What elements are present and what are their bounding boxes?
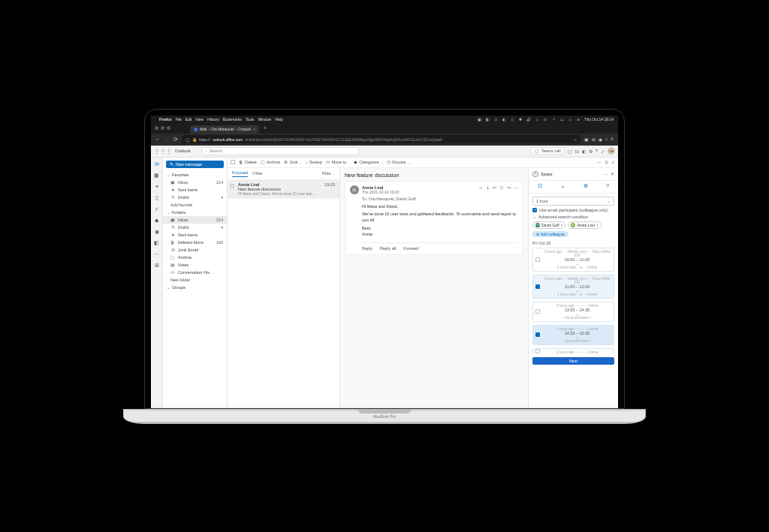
close-window-icon[interactable] — [155, 126, 158, 130]
reply-icon[interactable]: ↩ — [493, 185, 496, 190]
extension-icon[interactable]: ≡ — [611, 137, 614, 142]
other-tab[interactable]: Other — [252, 171, 263, 176]
more-apps-icon[interactable]: ⋯ — [154, 251, 159, 257]
people-module-icon[interactable]: ⚭ — [155, 184, 159, 190]
remove-chip-icon[interactable]: × — [561, 223, 563, 227]
nav-back-icon[interactable]: ← — [155, 137, 161, 142]
search-icon[interactable]: ⌕ — [568, 117, 572, 122]
filter-dropdown[interactable]: Filter⌄ — [322, 171, 335, 176]
status-icon[interactable]: ≡ — [493, 117, 498, 122]
tab-close-icon[interactable]: × — [253, 127, 255, 131]
rail-app-icon[interactable]: ◆ — [155, 218, 158, 224]
status-icon[interactable]: ▯ — [510, 117, 514, 122]
junk-button[interactable]: ⊘Junk⌄ — [284, 160, 302, 164]
archive-button[interactable]: ▢Archive — [261, 160, 280, 164]
status-icon[interactable]: ◐ — [502, 117, 506, 122]
extension-icon[interactable]: ▣ — [584, 137, 589, 142]
folder-drafts[interactable]: ✎Drafts4 — [163, 224, 227, 231]
folder-junk[interactable]: ⊘Junk Email — [163, 246, 227, 254]
menubar-edit[interactable]: Edit — [185, 117, 192, 122]
slot-checkbox[interactable] — [535, 349, 540, 353]
status-icon[interactable]: ⊙ — [543, 117, 547, 122]
slot-checkbox[interactable] — [535, 332, 540, 337]
reply-all-button[interactable]: Reply all — [380, 246, 396, 251]
menubar-file[interactable]: File — [176, 117, 182, 122]
notifications-icon[interactable]: ◐ — [582, 149, 586, 154]
help-icon[interactable]: ? — [596, 149, 598, 153]
rail-app-icon[interactable]: ◉ — [155, 229, 159, 235]
slot-checkbox[interactable] — [535, 257, 540, 262]
app-launcher-icon[interactable]: ⋮⋮⋮ — [154, 148, 172, 155]
folder-inbox[interactable]: ▣Inbox214 — [163, 179, 227, 186]
toolbar-popout-icon[interactable]: ⤢ — [611, 160, 615, 164]
status-icon[interactable]: ◧ — [485, 117, 490, 122]
next-button[interactable]: Next — [532, 357, 614, 365]
reply-button[interactable]: Reply — [362, 246, 372, 251]
new-message-button[interactable]: ✎ New message — [166, 161, 224, 168]
header-icon[interactable]: ⤢ — [601, 149, 605, 154]
shield-icon[interactable]: ◯ — [185, 137, 190, 142]
menubar-history[interactable]: History — [207, 117, 219, 122]
status-icon[interactable]: ⌂ — [535, 117, 539, 122]
msg-action-icon[interactable]: ⤓ — [486, 185, 490, 190]
lock-icon[interactable]: 🔒 — [192, 137, 197, 142]
participant-chip[interactable]: DG David Goff × — [532, 221, 565, 229]
folder-sent[interactable]: ➤Sent Items — [163, 186, 227, 194]
focused-tab[interactable]: Focused — [232, 170, 248, 177]
close-icon[interactable]: ✕ — [611, 172, 614, 176]
browser-tab[interactable]: Mail – Ota Masayuki – Outlook × — [190, 125, 259, 134]
space-add-icon[interactable]: ＋ — [560, 183, 565, 191]
extension-icon[interactable]: ◉ — [599, 137, 602, 142]
bluetooth-icon[interactable]: ✱ — [518, 117, 523, 122]
folders-section[interactable]: ⌄Folders — [163, 209, 227, 216]
folder-drafts[interactable]: ✎Drafts4 — [163, 194, 227, 201]
space-settings-icon[interactable]: ⚙ — [584, 183, 588, 191]
maximize-window-icon[interactable] — [167, 126, 170, 130]
menubar-bookmarks[interactable]: Bookmarks — [223, 117, 242, 122]
participant-chip[interactable]: AL Annie Lind × — [568, 221, 602, 229]
settings-gear-icon[interactable]: ⚙ — [589, 149, 593, 154]
new-folder[interactable]: New folder — [163, 276, 227, 284]
like-icon[interactable]: ☺ — [478, 185, 483, 190]
folder-archive[interactable]: ▢Archive — [163, 254, 227, 261]
folder-deleted[interactable]: 🗑Deleted Items169 — [163, 239, 227, 246]
extension-icon[interactable]: ⊞ — [592, 137, 596, 142]
mail-module-icon[interactable]: ✉ — [155, 161, 159, 167]
message-item[interactable]: Annie Lind19:03 New feature discussion H… — [228, 180, 339, 199]
menubar-help[interactable]: Help — [275, 117, 282, 122]
time-slot[interactable]: 3 hours ago · – · – · –Online 13:30 – 14… — [532, 302, 614, 322]
folder-conversation-history[interactable]: ▭Conversation His… — [163, 269, 227, 276]
slot-checkbox[interactable] — [535, 309, 540, 314]
duration-dropdown[interactable]: 1 hour ⌄ — [532, 197, 614, 206]
add-colleague-button[interactable]: ⊕ Add colleague — [532, 231, 568, 237]
reply-all-icon[interactable]: ⮌ — [499, 185, 504, 190]
move-button[interactable]: ▭Move to⌄ — [326, 160, 351, 164]
files-module-icon[interactable]: ▯ — [155, 195, 158, 201]
favorites-section[interactable]: ⌄Favorites — [163, 171, 227, 179]
minimize-window-icon[interactable] — [161, 126, 164, 130]
sweep-button[interactable]: ⌕Sweep — [306, 160, 322, 164]
bookmark-star-icon[interactable]: ☆ — [574, 137, 577, 142]
toolbar-more-icon[interactable]: ⋯ — [597, 160, 602, 164]
menubar-view[interactable]: View — [195, 117, 204, 122]
volume-icon[interactable]: 🔊 — [526, 117, 531, 122]
more-actions-icon[interactable]: ⋯ — [514, 185, 518, 190]
header-icon[interactable]: ▢ — [568, 149, 572, 154]
snooze-button[interactable]: ◷Snooze⌄ — [387, 160, 410, 164]
address-bar[interactable]: ◯ 🔒 https://outlook.office.com/mail/inbo… — [182, 135, 581, 143]
rail-app-icon[interactable]: ⊞ — [155, 263, 159, 269]
time-slot[interactable]: 2 hours ago · – · – · –Online — [532, 348, 614, 354]
outlook-search[interactable]: ⌕ Search — [201, 147, 359, 155]
use-email-checkbox[interactable] — [532, 208, 537, 212]
new-tab-button[interactable]: + — [264, 125, 267, 131]
forward-icon[interactable]: ↪ — [507, 185, 511, 190]
teams-call-button[interactable]: ▢ Teams call — [531, 147, 565, 155]
minimize-icon[interactable]: — — [604, 172, 608, 176]
folder-sent[interactable]: ➤Sent Items — [163, 231, 227, 239]
menubar-tools[interactable]: Tools — [246, 117, 255, 122]
delete-button[interactable]: 🗑Delete — [239, 160, 257, 164]
forward-button[interactable]: Forward — [403, 246, 418, 251]
advanced-search-toggle[interactable]: ⌄ Advanced search condition — [532, 215, 614, 219]
status-icon[interactable]: ▣ — [477, 117, 481, 122]
time-slot[interactable]: 1 hours ago · – Weekly sync – · Tokyo Of… — [532, 275, 614, 299]
